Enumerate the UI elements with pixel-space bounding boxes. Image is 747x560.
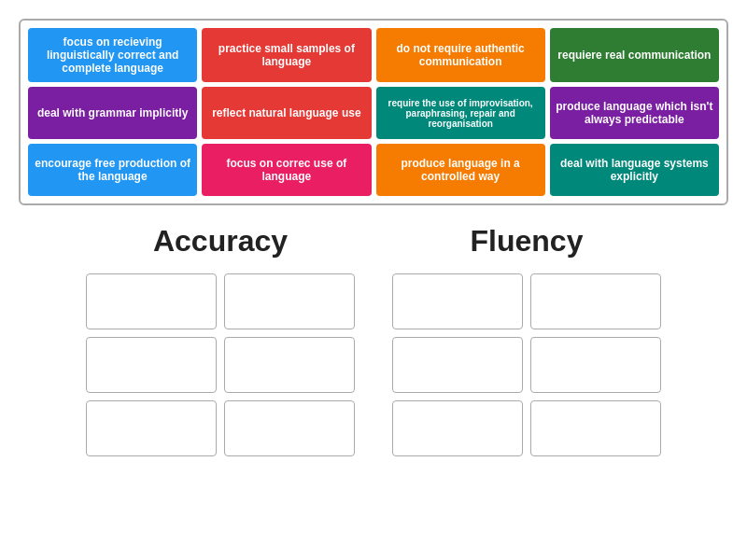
accuracy-drop-5[interactable] <box>86 400 217 456</box>
fluency-drop-grid <box>392 273 661 456</box>
card-deal-grammar-implicitly[interactable]: deal with grammar implicitly <box>28 87 197 139</box>
fluency-drop-6[interactable] <box>530 400 661 456</box>
card-focus-correct-use[interactable]: focus on correc use of language <box>202 144 371 196</box>
accuracy-category: Accuracy <box>86 224 355 456</box>
fluency-drop-3[interactable] <box>392 337 523 393</box>
card-requiere-real[interactable]: requiere real communication <box>550 28 719 82</box>
cards-container: focus on recieving linguistically correc… <box>19 19 728 205</box>
card-reflect-natural[interactable]: reflect natural language use <box>202 87 371 139</box>
fluency-drop-1[interactable] <box>392 273 523 329</box>
accuracy-title: Accuracy <box>153 224 288 259</box>
card-produce-controlled[interactable]: produce language in a controlled way <box>376 144 545 196</box>
card-focus-recieving[interactable]: focus on recieving linguistically correc… <box>28 28 197 82</box>
accuracy-drop-3[interactable] <box>86 337 217 393</box>
accuracy-drop-grid <box>86 273 355 456</box>
fluency-drop-2[interactable] <box>530 273 661 329</box>
drop-section: Accuracy Fluency <box>19 224 728 456</box>
accuracy-drop-6[interactable] <box>224 400 355 456</box>
card-encourage-free[interactable]: encourage free production of the languag… <box>28 144 197 196</box>
fluency-drop-5[interactable] <box>392 400 523 456</box>
fluency-title: Fluency <box>471 224 584 259</box>
accuracy-drop-2[interactable] <box>224 273 355 329</box>
card-do-not-require[interactable]: do not require authentic communication <box>376 28 545 82</box>
accuracy-drop-1[interactable] <box>86 273 217 329</box>
fluency-category: Fluency <box>392 224 661 456</box>
accuracy-drop-4[interactable] <box>224 337 355 393</box>
card-require-improvisation[interactable]: require the use of improvisation, paraph… <box>376 87 545 139</box>
fluency-drop-4[interactable] <box>530 337 661 393</box>
card-practice-small[interactable]: practice small samples of language <box>202 28 371 82</box>
card-produce-not-predictable[interactable]: produce language which isn't always pred… <box>550 87 719 139</box>
card-deal-language-systems[interactable]: deal with language systems explicitly <box>550 144 719 196</box>
